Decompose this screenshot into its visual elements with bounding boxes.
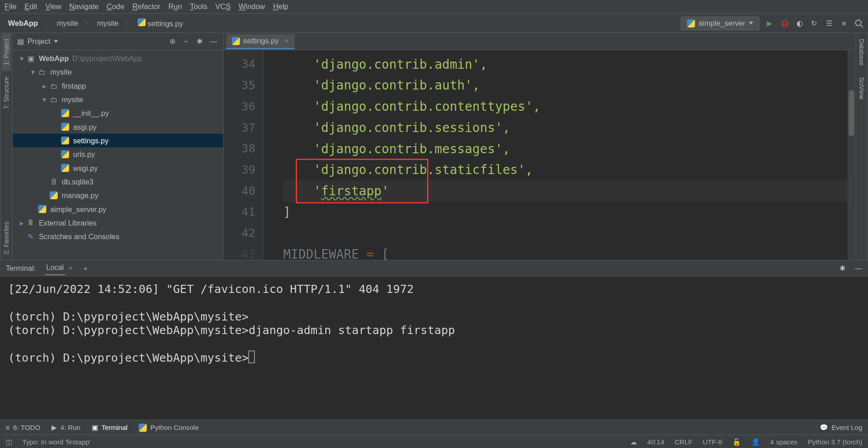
menu-edit[interactable]: Edit — [24, 2, 37, 11]
menu-refactor[interactable]: Refactor — [132, 2, 160, 11]
bottom-tool-stripe: ≡ 6: TODO ▶ 4: Run ▣ Terminal Python Con… — [0, 420, 868, 434]
tool-window-python-console[interactable]: Python Console — [139, 424, 198, 432]
terminal-output[interactable]: [22/Jun/2022 14:52:06] "GET /favicon.ico… — [0, 276, 868, 420]
status-bar: ◫ Typo: In word 'firstapp' ☁ 40:14 CRLF … — [0, 434, 868, 448]
debug-button[interactable]: 🐞 — [780, 19, 789, 28]
menu-run[interactable]: Run — [168, 2, 182, 11]
status-encoding[interactable]: UTF-8 — [703, 438, 722, 446]
tree-file-urls[interactable]: urls.py — [13, 147, 223, 161]
status-inspection-icon[interactable]: 👤 — [751, 438, 760, 446]
status-caret-position[interactable]: 40:14 — [647, 438, 664, 446]
python-file-icon — [137, 18, 146, 26]
menu-code[interactable]: Code — [107, 2, 124, 11]
tool-window-project[interactable]: 1: Project — [2, 33, 11, 71]
project-view-dropdown[interactable] — [54, 40, 58, 42]
run-config-name: aimple_server — [698, 19, 745, 28]
tree-file-db[interactable]: 🛢db.sqlite3 — [13, 175, 223, 189]
menu-help[interactable]: Help — [273, 2, 288, 11]
python-icon — [687, 19, 695, 27]
navigation-bar: WebApp 〉 mysite 〉 mysite 〉 settings.py a… — [0, 14, 868, 33]
tree-root[interactable]: ▾▣ WebAppD:\pyproject\WebApp — [13, 52, 223, 65]
tool-window-run[interactable]: ▶ 4: Run — [52, 424, 80, 432]
reload-button[interactable]: ☰ — [825, 19, 834, 28]
tree-file-manage[interactable]: manage.py — [13, 189, 223, 202]
tool-window-structure[interactable]: 7: Structure — [2, 71, 11, 115]
status-line-separator[interactable]: CRLF — [675, 438, 693, 446]
project-panel-title: Project — [28, 37, 51, 46]
crumb-2[interactable]: mysite — [94, 18, 122, 28]
menu-window[interactable]: Window — [239, 2, 265, 11]
status-message: Typo: In word 'firstapp' — [22, 438, 90, 446]
menu-tools[interactable]: Tools — [190, 2, 207, 11]
tree-file-wsgi[interactable]: wsgi.py — [13, 161, 223, 174]
close-tab-icon[interactable]: × — [284, 37, 289, 45]
terminal-tool-window: Terminal: Local × ＋ ✱ — [22/Jun/2022 14:… — [0, 260, 868, 420]
search-everywhere-button[interactable] — [854, 19, 863, 28]
status-readonly-icon[interactable]: 🔓 — [732, 438, 741, 446]
svg-point-0 — [855, 20, 861, 26]
crumb-1[interactable]: mysite — [53, 18, 82, 28]
tool-window-todo[interactable]: ≡ 6: TODO — [6, 424, 41, 432]
hide-icon[interactable]: — — [208, 36, 219, 47]
coverage-button[interactable]: ◐ — [795, 19, 804, 28]
menu-file[interactable]: File — [5, 2, 16, 11]
menu-view[interactable]: View — [45, 2, 61, 11]
svg-line-1 — [861, 25, 863, 27]
terminal-title: Terminal: — [6, 264, 36, 273]
menu-vcs[interactable]: VCS — [215, 2, 231, 11]
hide-terminal-icon[interactable]: — — [855, 264, 862, 273]
run-configuration-selector[interactable]: aimple_server — [681, 16, 760, 30]
right-tool-stripe: Database SciView — [855, 33, 868, 259]
tree-folder-firstapp[interactable]: ▸🗀firstapp — [13, 79, 223, 92]
tree-scratches[interactable]: ✎Scratches and Consoles — [13, 230, 223, 243]
crumb-project[interactable]: WebApp — [5, 18, 41, 28]
left-tool-stripe: 1: Project 7: Structure 2: Favorites — [0, 33, 13, 259]
tool-window-sciview[interactable]: SciView — [857, 71, 866, 105]
tree-external-libs[interactable]: ▸𝄃𝄃External Libraries — [13, 216, 223, 229]
code-editor[interactable]: 34353637 38394041 4243 'django.contrib.a… — [224, 50, 855, 260]
terminal-tab-local[interactable]: Local — [45, 261, 65, 275]
python-file-icon — [232, 37, 240, 45]
tree-file-aimple[interactable]: aimple_server.py — [13, 202, 223, 216]
tree-file-settings[interactable]: settings.py — [13, 134, 223, 147]
collapse-icon[interactable]: ÷ — [181, 36, 191, 47]
crumb-file[interactable]: settings.py — [134, 17, 186, 29]
project-view-icon: ▤ — [17, 37, 24, 46]
stop-button[interactable]: ■ — [840, 19, 849, 28]
chevron-down-icon — [749, 22, 753, 24]
terminal-cursor — [249, 351, 255, 363]
chevron-right-icon: 〉 — [44, 18, 51, 28]
editor-tabs: settings.py × — [224, 33, 855, 50]
status-interpreter[interactable]: Python 3.7 (torch) — [808, 438, 862, 446]
editor-tab-label: settings.py — [243, 37, 279, 45]
tree-folder-mysite-inner[interactable]: ▾🗀mysite — [13, 93, 223, 106]
menu-navigate[interactable]: Navigate — [69, 2, 99, 11]
chevron-right-icon: 〉 — [124, 18, 132, 28]
locate-icon[interactable]: ⊕ — [167, 36, 178, 47]
close-terminal-tab-icon[interactable]: × — [68, 264, 73, 273]
editor-scrollbar[interactable] — [848, 50, 856, 260]
tool-window-favorites[interactable]: 2: Favorites — [2, 216, 11, 260]
project-tool-window: ▤ Project ⊕ ÷ ✱ — ▾▣ WebAppD:\pyproject\… — [13, 33, 224, 259]
tool-window-database[interactable]: Database — [857, 33, 866, 71]
line-gutter: 34353637 38394041 4243 — [224, 50, 264, 260]
status-indent[interactable]: 4 spaces — [770, 438, 798, 446]
chevron-right-icon: 〉 — [84, 18, 91, 28]
breadcrumb: WebApp 〉 mysite 〉 mysite 〉 settings.py — [5, 17, 186, 29]
settings-icon[interactable]: ✱ — [195, 36, 205, 47]
tree-file-init[interactable]: __init__.py — [13, 106, 223, 120]
run-button[interactable]: ▶ — [765, 19, 774, 28]
status-window-icon[interactable]: ◫ — [6, 438, 12, 446]
terminal-settings-icon[interactable]: ✱ — [840, 264, 846, 273]
tool-window-terminal[interactable]: ▣ Terminal — [92, 424, 127, 432]
status-git-icon[interactable]: ☁ — [630, 438, 637, 446]
event-log-button[interactable]: 💬 Event Log — [820, 424, 863, 432]
main-menu-bar: File Edit View Navigate Code Refactor Ru… — [0, 0, 868, 14]
editor-tab-settings[interactable]: settings.py × — [226, 34, 294, 49]
project-tree[interactable]: ▾▣ WebAppD:\pyproject\WebApp ▾🗀mysite ▸🗀… — [13, 50, 223, 260]
tree-file-asgi[interactable]: asgi.py — [13, 120, 223, 133]
profiler-button[interactable]: ↻ — [810, 19, 819, 28]
tree-folder-mysite[interactable]: ▾🗀mysite — [13, 65, 223, 79]
editor-area: settings.py × 34353637 38394041 4243 'dj… — [224, 33, 855, 259]
new-terminal-tab-icon[interactable]: ＋ — [82, 263, 89, 274]
